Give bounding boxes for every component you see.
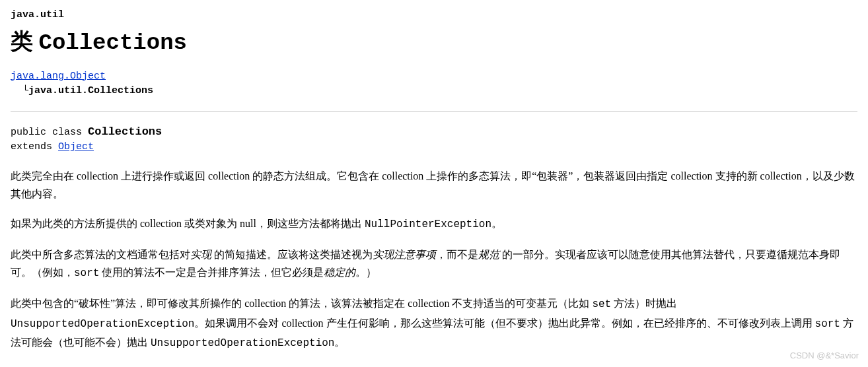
sig-modifiers: public class	[11, 127, 88, 138]
para3-t6: 。）	[355, 267, 377, 278]
class-title-name: Collections	[39, 30, 187, 55]
para3-t2: 的简短描述。应该将这类描述视为	[211, 249, 373, 260]
para2-t2: 。	[491, 218, 502, 229]
paragraph-4: 此类中包含的“破坏性”算法，即可修改其所操作的 collection 的算法，该…	[11, 294, 857, 352]
tree-angle-icon: └	[22, 85, 28, 96]
divider	[11, 111, 857, 112]
para3-t1: 此类中所含多态算法的文档通常包括对	[11, 249, 190, 260]
para4-code4: UnsupportedOperationException	[151, 337, 334, 349]
para4-t1: 此类中包含的“破坏性”算法，即可修改其所操作的 collection 的算法，该…	[11, 298, 592, 309]
para4-t5: 。	[334, 337, 345, 348]
para3-i4: 稳定的	[324, 267, 355, 278]
paragraph-2: 如果为此类的方法所提供的 collection 或类对象为 null，则这些方法…	[11, 215, 857, 234]
para4-t2: 方法）时抛出	[611, 298, 677, 309]
para2-t1: 如果为此类的方法所提供的 collection 或类对象为 null，则这些方法…	[11, 218, 365, 229]
para3-code1: sort	[74, 267, 99, 279]
paragraph-3: 此类中所含多态算法的文档通常包括对实现 的简短描述。应该将这类描述视为实现注意事…	[11, 246, 857, 283]
sig-extends-label: extends	[11, 141, 58, 152]
sig-class-name: Collections	[88, 125, 162, 138]
para4-code2: UnsupportedOperationException	[11, 318, 194, 330]
paragraph-1: 此类完全由在 collection 上进行操作或返回 collection 的静…	[11, 167, 857, 203]
para4-code1: set	[592, 298, 611, 310]
inheritance-parent-link[interactable]: java.lang.Object	[11, 71, 106, 82]
para4-code3: sort	[815, 318, 840, 330]
sig-extends-link[interactable]: Object	[58, 141, 94, 152]
para3-i2: 实现注意事项	[373, 249, 436, 260]
para3-i1: 实现	[190, 249, 211, 260]
class-signature: public class Collections extends Object	[11, 123, 857, 155]
para3-t3: ，而不是	[436, 249, 478, 260]
para2-code1: NullPointerException	[365, 218, 491, 230]
class-title-prefix: 类	[11, 29, 39, 53]
para4-t3: 。如果调用不会对 collection 产生任何影响，那么这些算法可能（但不要求…	[194, 317, 814, 329]
para3-t5: 使用的算法不一定是合并排序算法，但它必须是	[99, 267, 324, 278]
para1-text: 此类完全由在 collection 上进行操作或返回 collection 的静…	[11, 170, 855, 199]
inheritance-child: java.util.Collections	[28, 85, 153, 96]
para3-i3: 规范	[478, 249, 499, 260]
class-title: 类 Collections	[11, 24, 857, 60]
watermark: CSDN @&*Savior	[790, 349, 859, 362]
inheritance-tree: java.lang.Object └java.util.Collections	[11, 69, 857, 99]
package-name: java.util	[11, 8, 857, 23]
